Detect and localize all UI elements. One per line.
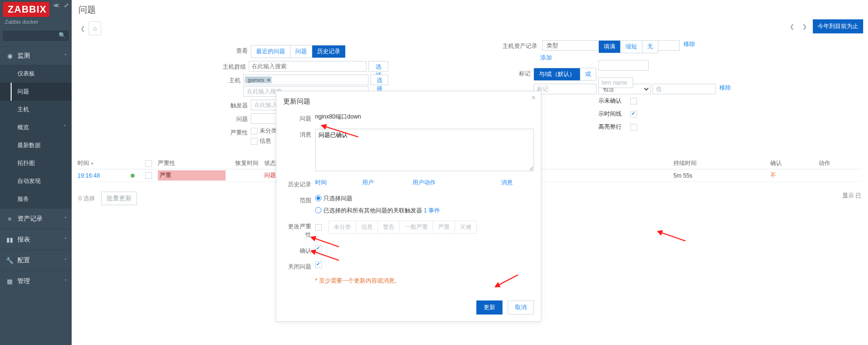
scope-events-link[interactable]: 1 事件 (424, 207, 440, 214)
modal-history-head: 时间 用户 用户动作 消息 (315, 179, 534, 189)
col-recovery[interactable]: 恢复时间 (235, 159, 264, 167)
sev-cb-0[interactable] (251, 128, 258, 135)
row-ack-link[interactable]: 不 (770, 172, 776, 179)
sidebar-expand-icon[interactable]: ⤢ (64, 2, 69, 9)
modal-message-textarea[interactable] (315, 129, 534, 171)
host-tag-remove-icon[interactable]: × (267, 77, 270, 83)
sidebar-collapse-icon[interactable]: ≪ (53, 2, 60, 9)
host-select-button[interactable]: 选择 (370, 75, 388, 85)
modal-cancel-button[interactable]: 取消 (508, 300, 534, 315)
sev-level-2[interactable]: 警告 (378, 221, 400, 233)
breadcrumb-prev-icon[interactable]: ❮ (78, 23, 87, 34)
tag-value-input[interactable] (653, 84, 716, 94)
sidebar: ≪ ⤢ ZABBIX Zabbix docker 🔍 ◉监测˄仪表板问题主机概览… (0, 0, 72, 345)
col-time[interactable]: 时间 (77, 160, 94, 166)
close-problem-checkbox[interactable] (315, 261, 322, 268)
sidebar-item-3[interactable]: 概览˅ (0, 119, 72, 136)
col-action[interactable]: 动作 (819, 159, 862, 167)
header-bar: ❮ ⌂ ❮ ❯ 今年到目前为止 (72, 19, 868, 40)
label-hostgroup: 主机群组 (214, 61, 246, 71)
select-all-checkbox[interactable] (145, 160, 152, 167)
nav-section-3[interactable]: 🔧配置˅ (0, 250, 72, 270)
sev-level-3[interactable]: 一般严重 (400, 221, 433, 233)
time-prev-icon[interactable]: ❮ (788, 21, 796, 32)
severity-buttons: 未分类信息警告一般严重严重灾难 (328, 221, 477, 234)
hostgroup-input[interactable] (250, 62, 365, 71)
display-pill-1[interactable]: 缩短 (621, 41, 642, 53)
label-severity: 严重性 (214, 127, 248, 137)
opt-cb-0[interactable] (630, 98, 637, 105)
view-tab-0[interactable]: 最近的问题 (251, 45, 290, 58)
search-icon[interactable]: 🔍 (59, 32, 66, 39)
nav-section-4[interactable]: ▦管理˅ (0, 271, 72, 291)
scope-radio-2[interactable] (315, 207, 321, 213)
sev-level-4[interactable]: 严重 (433, 221, 455, 233)
sev-level-5[interactable]: 灾难 (455, 221, 476, 233)
opt-cb-1[interactable] (630, 111, 637, 118)
col-duration[interactable]: 持续时间 (673, 159, 770, 167)
sev-level-0[interactable]: 未分类 (329, 221, 356, 233)
time-range-button[interactable]: 今年到目前为止 (813, 19, 863, 33)
tag-mode-1[interactable]: 或 (580, 68, 596, 80)
col-ack[interactable]: 确认 (770, 159, 819, 167)
sidebar-item-6[interactable]: 自动发现 (0, 172, 72, 190)
sidebar-item-0[interactable]: 仪表板 (0, 65, 72, 83)
home-icon[interactable]: ⌂ (89, 22, 101, 35)
time-next-icon[interactable]: ❯ (800, 21, 809, 32)
label-tags: 标记 (503, 68, 531, 78)
modal-close-icon[interactable]: ✕ (531, 94, 536, 101)
display-pill-0[interactable]: 填满 (599, 41, 621, 53)
ack-checkbox[interactable] (315, 245, 322, 252)
view-tab-2[interactable]: 历史记录 (312, 45, 345, 58)
change-sev-checkbox[interactable] (315, 224, 322, 231)
modal-label-ack: 确认 (283, 245, 311, 255)
nav-icon: ▦ (5, 278, 15, 285)
tag-remove-link[interactable]: 移除 (719, 84, 731, 92)
sidebar-item-5[interactable]: 拓扑图 (0, 154, 72, 172)
hist-col-time[interactable]: 时间 (315, 179, 361, 187)
sidebar-item-4[interactable]: 最新数据 (0, 136, 72, 154)
tag-name-input[interactable] (533, 84, 596, 94)
nav-icon: ◉ (5, 52, 15, 60)
hist-col-user[interactable]: 用户 (362, 179, 411, 187)
bulk-update-button[interactable]: 批量更新 (101, 192, 137, 205)
sidebar-item-2[interactable]: 主机 (0, 101, 72, 119)
tag-mode-group: 与/或（默认）或 (533, 68, 596, 81)
hist-col-msg[interactable]: 消息 (501, 179, 530, 187)
trigger-input[interactable] (251, 100, 280, 110)
sidebar-item-1[interactable]: 问题 (0, 83, 72, 101)
nav-section-1[interactable]: ≡资产记录˅ (0, 209, 72, 229)
modal-label-problem: 问题 (283, 113, 311, 123)
tag-mode-0[interactable]: 与/或（默认） (534, 68, 580, 80)
name-filter-input-2[interactable] (598, 77, 633, 88)
name-filter-input[interactable] (598, 60, 649, 71)
sev-cb-1[interactable] (251, 138, 258, 145)
row-severity: 严重 (158, 170, 226, 180)
modal-label-history: 历史记录 (283, 179, 311, 189)
brand-logo[interactable]: ZABBIX (3, 2, 49, 17)
host-tag: games× (245, 76, 272, 83)
modal-label-change-sev: 更改严重性 (283, 221, 311, 239)
display-mode-group: 填满缩短无 (598, 40, 658, 53)
sidebar-item-7[interactable]: 服务 (0, 190, 72, 208)
col-severity[interactable]: 严重性 (158, 159, 235, 167)
sev-level-1[interactable]: 信息 (356, 221, 378, 233)
row-checkbox[interactable] (145, 172, 152, 179)
row-time[interactable]: 19:16:48 (77, 172, 100, 179)
display-pill-2[interactable]: 无 (642, 41, 658, 53)
hist-col-action[interactable]: 用户动作 (412, 179, 500, 187)
inventory-remove-link[interactable]: 移除 (684, 40, 695, 48)
nav-section-0[interactable]: ◉监测˄ (0, 46, 72, 65)
hostgroup-select-button[interactable]: 选择 (368, 61, 388, 72)
sidebar-top-icons: ≪ ⤢ (50, 2, 69, 9)
modal-problem-value: nginx80端口down (315, 113, 534, 123)
problem-input[interactable] (251, 113, 280, 124)
modal-label-close: 关闭问题 (283, 261, 311, 271)
scope-radio-1[interactable] (315, 195, 321, 201)
modal-ok-button[interactable]: 更新 (476, 300, 503, 315)
status-dot-icon (131, 174, 135, 178)
view-tab-1[interactable]: 问题 (290, 45, 312, 58)
opt-cb-2[interactable] (630, 124, 637, 131)
inventory-add-link[interactable]: 添加 (540, 54, 552, 62)
nav-section-2[interactable]: ▮▮报表˅ (0, 229, 72, 250)
